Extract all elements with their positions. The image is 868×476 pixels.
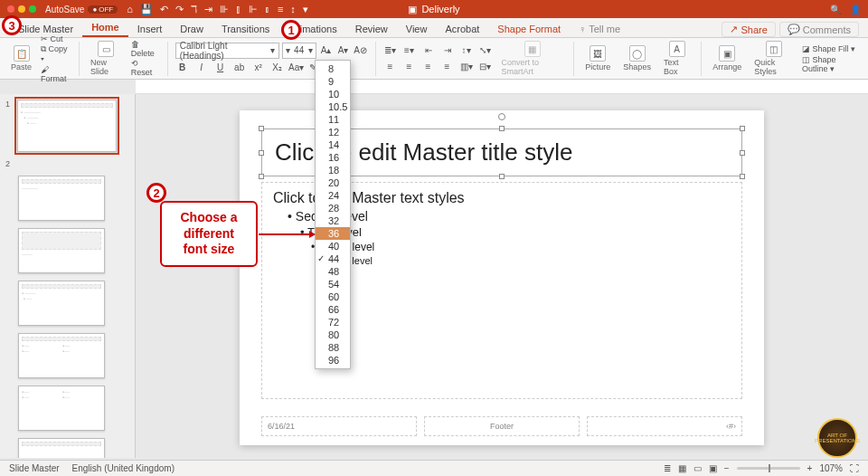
shapes-button[interactable]: ◯Shapes (619, 45, 655, 71)
slide-thumbnails-panel[interactable]: 1 ▪ ——— ▪ —— ▪ — 2 ——— —— ▪ —— ▪ — ▪—▪—▪… (0, 94, 136, 458)
layout-thumbnail[interactable]: ▪—▪—▪—▪— (18, 386, 105, 431)
format-painter-button[interactable]: 🖌 Format (41, 65, 71, 83)
qat-icon[interactable]: ⊪ (220, 4, 229, 15)
columns-icon[interactable]: ▥▾ (459, 60, 474, 74)
font-size-option[interactable]: 14 (316, 138, 350, 151)
qat-icon[interactable]: ≡ (278, 4, 283, 15)
resize-handle[interactable] (259, 174, 264, 179)
save-icon[interactable]: 💾 (140, 4, 153, 15)
comments-button[interactable]: 💬 Comments (779, 22, 859, 37)
slide-canvas[interactable]: Click to edit Master title style Click t… (136, 94, 868, 458)
font-size-option[interactable]: 54 (316, 278, 350, 290)
font-name-combo[interactable]: Calibri Light (Headings)▾ (175, 43, 279, 59)
bullets-icon[interactable]: ≣▾ (383, 43, 398, 58)
align-text-icon[interactable]: ⊟▾ (478, 60, 493, 74)
layout-thumbnail[interactable]: —— (18, 228, 105, 273)
tab-transitions[interactable]: Transitions (212, 21, 278, 37)
tab-view[interactable]: View (397, 21, 437, 37)
resize-handle[interactable] (740, 150, 745, 156)
convert-smartart-button[interactable]: ▦ Convert to SmartArt (498, 41, 567, 76)
normal-view-icon[interactable]: ▦ (678, 463, 686, 473)
line-spacing-icon[interactable]: ↕▾ (459, 43, 474, 58)
font-size-option[interactable]: 40 (316, 240, 350, 252)
change-case-icon[interactable]: Aa▾ (289, 61, 304, 75)
fit-to-window-icon[interactable]: ⛶ (850, 463, 859, 473)
align-center-icon[interactable]: ≡ (402, 60, 417, 74)
zoom-slider[interactable] (737, 467, 800, 470)
font-size-option[interactable]: 16 (316, 151, 350, 164)
tab-acrobat[interactable]: Acrobat (436, 21, 488, 37)
font-size-option[interactable]: 96 (316, 354, 350, 367)
status-language[interactable]: English (United Kingdom) (72, 463, 175, 473)
align-left-icon[interactable]: ≡ (383, 60, 398, 74)
font-size-option[interactable]: 80 (316, 328, 350, 341)
notes-view-icon[interactable]: ≣ (664, 463, 671, 473)
font-size-option[interactable]: 28 (316, 202, 350, 214)
bold-icon[interactable]: B (175, 61, 190, 75)
resize-handle[interactable] (740, 126, 745, 131)
numbering-icon[interactable]: ≡▾ (402, 43, 417, 58)
text-box-button[interactable]: AText Box (660, 41, 694, 76)
resize-handle[interactable] (740, 174, 745, 179)
decrease-font-icon[interactable]: A▾ (336, 43, 351, 58)
clear-format-icon[interactable]: A⊘ (354, 43, 368, 58)
layout-thumbnail[interactable]: ▪—▪—▪—▪— (18, 333, 105, 378)
superscript-icon[interactable]: X₂ (270, 61, 285, 75)
slideshow-view-icon[interactable]: ▭ (693, 463, 702, 473)
quick-styles-button[interactable]: ◫Quick Styles (750, 41, 797, 76)
tab-draw[interactable]: Draw (171, 21, 212, 37)
font-size-option[interactable]: 60 (316, 290, 350, 303)
footer-center-placeholder[interactable]: Footer (424, 416, 580, 436)
minimize-window-icon[interactable] (18, 5, 25, 13)
subscript-icon[interactable]: x² (251, 61, 266, 75)
tab-shape-format[interactable]: Shape Format (488, 21, 570, 37)
shape-fill-button[interactable]: ◪ Shape Fill ▾ (802, 44, 861, 53)
font-size-option[interactable]: 72 (316, 316, 350, 328)
qat-icon[interactable]: ⫾ (265, 4, 270, 15)
resize-handle[interactable] (259, 126, 264, 131)
footer-number-placeholder[interactable]: ‹#› (587, 416, 742, 436)
font-size-option[interactable]: 66 (316, 303, 350, 316)
outdent-icon[interactable]: ⇤ (421, 43, 436, 58)
indent-icon[interactable]: ⇥ (440, 43, 455, 58)
picture-button[interactable]: 🖼Picture (581, 45, 614, 71)
justify-icon[interactable]: ≡ (440, 60, 455, 74)
qat-more-icon[interactable]: ▾ (303, 4, 308, 15)
font-size-dropdown[interactable]: 891010.51112141618202428323640✓444854606… (315, 60, 351, 369)
text-direction-icon[interactable]: ⤡▾ (478, 43, 493, 58)
zoom-level[interactable]: 107% (819, 463, 843, 473)
qat-icon[interactable]: ⊩ (249, 4, 258, 15)
zoom-out-icon[interactable]: − (724, 463, 730, 473)
window-controls[interactable] (7, 5, 36, 13)
font-size-option[interactable]: 24 (316, 189, 350, 202)
paste-group[interactable]: 📋 Paste (7, 45, 35, 71)
share-button[interactable]: ↗ Share (722, 22, 775, 37)
font-size-option[interactable]: 12 (316, 126, 350, 138)
font-size-option[interactable]: 9 (316, 75, 350, 88)
qat-icon[interactable]: ⫿ (236, 4, 241, 15)
font-size-option[interactable]: 32 (316, 214, 350, 227)
redo-icon[interactable]: ↷ (175, 4, 184, 15)
font-size-option[interactable]: 8 (316, 62, 350, 75)
font-size-option[interactable]: 20 (316, 176, 350, 189)
search-icon[interactable]: 🔍 (830, 5, 841, 14)
footer-date-placeholder[interactable]: 6/16/21 (261, 416, 417, 436)
qat-icon[interactable]: ↕ (290, 4, 296, 15)
font-size-option[interactable]: 48 (316, 265, 350, 278)
underline-icon[interactable]: U (213, 61, 228, 75)
font-size-option[interactable]: ✓44 (316, 252, 350, 265)
qat-icon[interactable]: ℸ (191, 4, 197, 15)
account-icon[interactable]: 👤 (850, 5, 861, 14)
delete-button[interactable]: 🗑 Delete (131, 40, 160, 58)
tab-review[interactable]: Review (346, 21, 397, 37)
zoom-in-icon[interactable]: + (807, 463, 813, 473)
font-size-option[interactable]: 36 (316, 227, 350, 240)
reset-button[interactable]: ⟲ Reset (131, 59, 160, 77)
undo-icon[interactable]: ↶ (160, 4, 168, 15)
layout-thumbnail[interactable]: ▪ —— ▪ — (18, 281, 105, 326)
font-size-option[interactable]: 11 (316, 113, 350, 126)
layout-thumbnail[interactable] (18, 438, 105, 458)
font-size-option[interactable]: 10.5 (316, 100, 350, 113)
italic-icon[interactable]: I (194, 61, 209, 75)
paste-icon[interactable]: 📋 (14, 45, 30, 62)
